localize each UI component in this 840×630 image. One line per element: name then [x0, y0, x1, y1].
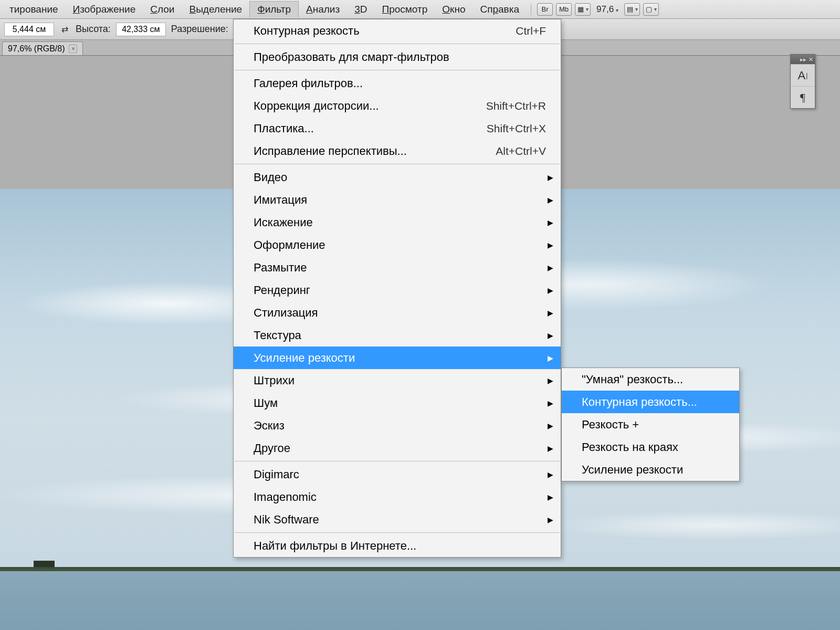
minibridge-button[interactable]: Mb: [556, 3, 572, 16]
menu-item-label: Контурная резкость: [254, 24, 495, 38]
submenu-arrow-icon: ▶: [548, 331, 553, 340]
menu-выделение[interactable]: Выделение: [182, 2, 249, 17]
filter-item[interactable]: Imagenomic▶: [234, 486, 561, 508]
filter-item[interactable]: Nik Software▶: [234, 508, 561, 531]
document-tab-title: 97,6% (RGB/8): [8, 44, 65, 54]
filter-item[interactable]: Оформление▶: [234, 234, 561, 256]
submenu-arrow-icon: ▶: [548, 470, 553, 479]
menu-фильтр[interactable]: Фильтр: [249, 1, 299, 17]
filter-item[interactable]: Усиление резкости▶: [234, 346, 561, 369]
sharpen-item[interactable]: "Умная" резкость...: [562, 368, 739, 391]
sharpen-item[interactable]: Резкость +: [562, 413, 739, 436]
character-panel-collapsed[interactable]: ▸▸✕ A| ¶: [790, 54, 815, 109]
submenu-arrow-icon: ▶: [548, 286, 553, 295]
filter-item[interactable]: Видео▶: [234, 166, 561, 188]
submenu-arrow-icon: ▶: [548, 196, 553, 204]
menu-изображение[interactable]: Изображение: [66, 2, 143, 17]
bridge-button[interactable]: Br: [537, 3, 553, 16]
height-label: Высота:: [76, 24, 111, 35]
submenu-arrow-icon: ▶: [548, 376, 553, 385]
menubar: тированиеИзображениеСлоиВыделениеФильтрА…: [0, 0, 840, 19]
filter-item[interactable]: Шум▶: [234, 392, 561, 414]
menu-item-label: Видео: [254, 171, 546, 184]
menu-item-label: Преобразовать для смарт-фильтров: [254, 50, 546, 64]
filter-item[interactable]: Коррекция дисторсии...Shift+Ctrl+R: [234, 94, 561, 117]
width-input[interactable]: [4, 23, 54, 36]
sharpen-item[interactable]: Резкость на краях: [562, 436, 739, 458]
filter-item[interactable]: Размытие▶: [234, 256, 561, 279]
height-input[interactable]: [116, 23, 166, 36]
menu-item-label: Рендеринг: [254, 284, 546, 297]
menu-item-label: Текстура: [254, 329, 546, 342]
filter-item[interactable]: Штрихи▶: [234, 369, 561, 392]
filter-item[interactable]: Эскиз▶: [234, 414, 561, 437]
filter-item[interactable]: Стилизация▶: [234, 301, 561, 324]
document-tab[interactable]: 97,6% (RGB/8) ×: [2, 41, 83, 55]
menu-item-label: Оформление: [254, 238, 546, 252]
zoom-level[interactable]: 97,6▾: [596, 4, 618, 15]
filter-item[interactable]: Другое▶: [234, 437, 561, 459]
sharpen-item[interactable]: Контурная резкость...: [562, 391, 739, 413]
menu-item-label: Nik Software: [254, 513, 546, 527]
panel-header[interactable]: ▸▸✕: [791, 55, 815, 64]
menu-анализ[interactable]: Анализ: [299, 2, 347, 17]
submenu-arrow-icon: ▶: [548, 516, 553, 524]
menu-item-label: Найти фильтры в Интернете...: [254, 539, 546, 553]
shortcut-label: Alt+Ctrl+V: [496, 145, 546, 158]
menu-item-label: Усиление резкости: [582, 463, 724, 477]
submenu-arrow-icon: ▶: [548, 309, 553, 317]
menu-item-label: Imagenomic: [254, 490, 546, 504]
character-panel-icon[interactable]: A|: [791, 64, 815, 86]
filter-item[interactable]: Digimarc▶: [234, 463, 561, 486]
filter-item[interactable]: Текстура▶: [234, 324, 561, 346]
filter-item[interactable]: Найти фильтры в Интернете...: [234, 534, 561, 557]
menu-item-label: Стилизация: [254, 306, 546, 320]
menu-item-label: Размытие: [254, 261, 546, 275]
filter-item[interactable]: Контурная резкостьCtrl+F: [234, 19, 561, 42]
menu-3d[interactable]: 3D: [347, 2, 374, 17]
filter-item[interactable]: Пластика...Shift+Ctrl+X: [234, 117, 561, 140]
submenu-arrow-icon: ▶: [548, 422, 553, 430]
swap-icon[interactable]: ⇄: [59, 24, 70, 34]
menu-тирование[interactable]: тирование: [2, 2, 66, 17]
menu-item-label: Штрихи: [254, 374, 546, 387]
submenu-arrow-icon: ▶: [548, 493, 553, 501]
filter-item[interactable]: Имитация▶: [234, 188, 561, 211]
submenu-arrow-icon: ▶: [548, 444, 553, 453]
shortcut-label: Ctrl+F: [516, 25, 546, 37]
image-water: [0, 571, 840, 630]
sharpen-item[interactable]: Усиление резкости: [562, 458, 739, 481]
close-icon[interactable]: ×: [69, 45, 77, 53]
menu-item-label: Галерея фильтров...: [254, 77, 546, 90]
filter-item[interactable]: Искажение▶: [234, 211, 561, 234]
screen-mode-button[interactable]: ▦▾: [575, 3, 591, 16]
menu-справка[interactable]: Справка: [472, 2, 527, 17]
resolution-label: Разрешение:: [171, 24, 228, 35]
submenu-arrow-icon: ▶: [548, 241, 553, 249]
menu-item-label: Digimarc: [254, 468, 546, 481]
submenu-arrow-icon: ▶: [548, 354, 553, 362]
submenu-arrow-icon: ▶: [548, 399, 553, 407]
menu-item-label: Другое: [254, 442, 546, 455]
menu-окно[interactable]: Окно: [435, 2, 472, 17]
menu-item-label: Резкость на краях: [582, 440, 724, 454]
menu-item-label: Резкость +: [582, 418, 724, 432]
filter-item[interactable]: Галерея фильтров...: [234, 72, 561, 94]
menu-просмотр[interactable]: Просмотр: [375, 2, 435, 17]
menu-item-label: Усиление резкости: [254, 351, 546, 365]
menu-item-label: Шум: [254, 396, 546, 410]
filter-item[interactable]: Преобразовать для смарт-фильтров: [234, 46, 561, 68]
fullscreen-button[interactable]: ▢▾: [643, 3, 659, 16]
sharpen-submenu: "Умная" резкость...Контурная резкость...…: [561, 368, 740, 481]
menu-item-label: Коррекция дисторсии...: [254, 99, 465, 113]
arrange-button[interactable]: ▤▾: [624, 3, 640, 16]
submenu-arrow-icon: ▶: [548, 173, 553, 182]
menu-item-label: "Умная" резкость...: [582, 373, 724, 386]
submenu-arrow-icon: ▶: [548, 264, 553, 272]
filter-item[interactable]: Рендеринг▶: [234, 279, 561, 301]
paragraph-panel-icon[interactable]: ¶: [791, 86, 815, 108]
menu-слои[interactable]: Слои: [143, 2, 182, 17]
menu-item-label: Контурная резкость...: [582, 395, 724, 409]
filter-item[interactable]: Исправление перспективы...Alt+Ctrl+V: [234, 140, 561, 162]
filter-menu: Контурная резкостьCtrl+FПреобразовать дл…: [233, 19, 561, 558]
